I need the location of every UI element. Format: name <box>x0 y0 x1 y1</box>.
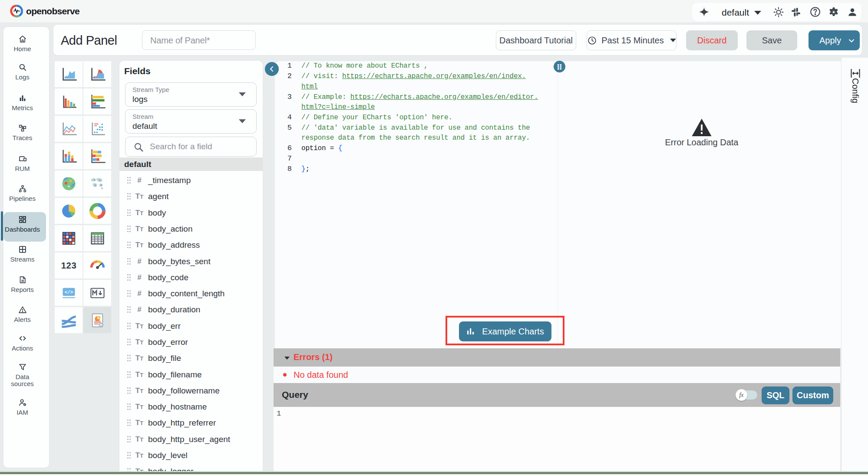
svg-text:123: 123 <box>61 260 76 270</box>
svg-text:</>: </> <box>64 289 73 295</box>
